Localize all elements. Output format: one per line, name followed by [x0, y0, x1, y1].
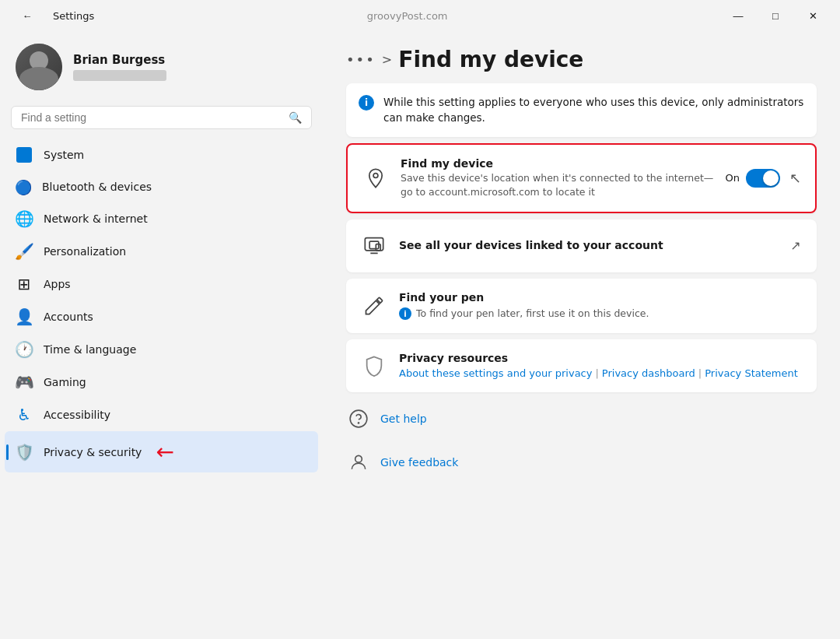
personalization-icon: 🖌️: [16, 243, 33, 260]
search-box[interactable]: 🔍: [11, 106, 312, 129]
find-pen-content: Find your pen i To find your pen later, …: [399, 291, 803, 321]
accounts-icon: 👤: [16, 308, 33, 325]
sidebar-item-privacy[interactable]: 🛡️ Privacy & security ←: [5, 431, 318, 472]
info-text: While this setting applies to everyone w…: [383, 94, 804, 126]
titlebar: ← Settings groovyPost.com — □ ✕: [0, 0, 840, 31]
find-my-device-card: Find my device Save this device's locati…: [346, 143, 817, 213]
sidebar-item-label: Bluetooth & devices: [42, 181, 152, 193]
get-help-icon: [346, 406, 371, 431]
sidebar-item-label: Time & language: [44, 343, 136, 356]
profile-subtitle: [73, 70, 166, 81]
back-button[interactable]: ←: [9, 3, 45, 28]
apps-icon: ⊞: [16, 276, 33, 293]
pen-info-icon: i: [399, 307, 411, 320]
page-title: Find my device: [398, 47, 583, 72]
sidebar-item-label: System: [44, 149, 84, 161]
app-body: Brian Burgess 🔍 System 🔵 Bluetooth & dev…: [0, 31, 840, 639]
gaming-icon: 🎮: [16, 374, 33, 391]
privacy-resources-title: Privacy resources: [399, 352, 803, 364]
find-pen-icon: [360, 292, 388, 320]
see-devices-icon: [360, 232, 388, 260]
sidebar-item-label: Gaming: [44, 376, 86, 388]
profile-section: Brian Burgess: [0, 31, 323, 106]
privacy-link-dashboard[interactable]: Privacy dashboard: [602, 367, 695, 379]
sidebar-item-time[interactable]: 🕐 Time & language: [5, 333, 318, 366]
info-banner: i While this setting applies to everyone…: [346, 83, 817, 137]
sidebar-item-apps[interactable]: ⊞ Apps: [5, 268, 318, 300]
sidebar: Brian Burgess 🔍 System 🔵 Bluetooth & dev…: [0, 31, 323, 639]
see-devices-content: See all your devices linked to your acco…: [399, 239, 778, 253]
content-area: ••• > Find my device i While this settin…: [323, 31, 840, 639]
privacy-sep-2: |: [698, 367, 702, 379]
find-pen-row: Find your pen i To find your pen later, …: [346, 279, 817, 333]
cursor-icon: ↖: [789, 170, 801, 186]
sidebar-item-personalization[interactable]: 🖌️ Personalization: [5, 235, 318, 268]
sidebar-item-accessibility[interactable]: ♿ Accessibility: [5, 398, 318, 431]
privacy-links: About these settings and your privacy | …: [399, 367, 803, 379]
find-my-device-toggle[interactable]: [746, 169, 780, 188]
svg-rect-2: [369, 241, 379, 248]
profile-info: Brian Burgess: [73, 53, 166, 81]
sidebar-item-network[interactable]: 🌐 Network & internet: [5, 202, 318, 235]
sidebar-item-label: Apps: [44, 278, 71, 290]
breadcrumb-dots[interactable]: •••: [346, 51, 376, 68]
privacy-link-about[interactable]: About these settings and your privacy: [399, 367, 592, 379]
bluetooth-icon: 🔵: [16, 179, 31, 195]
privacy-resources-content: Privacy resources About these settings a…: [399, 352, 803, 379]
accessibility-icon: ♿: [16, 406, 33, 423]
see-devices-row[interactable]: See all your devices linked to your acco…: [346, 219, 817, 272]
svg-point-6: [358, 423, 359, 423]
sidebar-item-label: Network & internet: [44, 212, 148, 225]
privacy-resources-icon: [360, 352, 388, 380]
search-input[interactable]: [21, 111, 282, 124]
avatar-image: [16, 44, 62, 90]
search-icon: 🔍: [289, 111, 302, 124]
find-pen-title: Find your pen: [399, 291, 803, 304]
breadcrumb: ••• > Find my device: [346, 47, 817, 72]
sidebar-item-bluetooth[interactable]: 🔵 Bluetooth & devices: [5, 171, 318, 202]
privacy-resources-card: Privacy resources About these settings a…: [346, 339, 817, 392]
nav-list: System 🔵 Bluetooth & devices 🌐 Network &…: [0, 139, 323, 472]
see-devices-title: See all your devices linked to your acco…: [399, 239, 778, 251]
svg-point-0: [373, 173, 378, 177]
svg-point-7: [355, 455, 362, 462]
watermark: groovyPost.com: [94, 10, 720, 22]
titlebar-left: ← Settings: [9, 3, 94, 28]
sidebar-item-system[interactable]: System: [5, 139, 318, 171]
breadcrumb-separator: >: [382, 52, 392, 67]
sidebar-item-label: Accessibility: [44, 409, 110, 421]
get-help-link[interactable]: Get help: [380, 413, 427, 425]
find-my-device-content: Find my device Save this device's locati…: [401, 157, 714, 199]
sidebar-item-label: Privacy & security: [44, 446, 142, 458]
give-feedback-link[interactable]: Give feedback: [380, 456, 458, 469]
system-icon: [16, 146, 33, 163]
external-link-icon: ↗: [789, 239, 803, 253]
toggle-on-label: On: [725, 172, 739, 184]
find-my-device-desc: Save this device's location when it's co…: [401, 171, 714, 199]
find-pen-desc: To find your pen later, first use it on …: [416, 307, 649, 321]
find-my-device-icon: [362, 164, 390, 192]
privacy-sep-1: |: [595, 367, 598, 379]
avatar: [16, 44, 62, 90]
find-my-device-row: Find my device Save this device's locati…: [348, 145, 815, 212]
app-title: Settings: [53, 10, 94, 22]
red-arrow-indicator: ←: [156, 439, 173, 465]
find-my-device-controls: On ↖: [725, 169, 801, 188]
sidebar-item-gaming[interactable]: 🎮 Gaming: [5, 366, 318, 398]
svg-point-5: [350, 410, 367, 427]
get-help-row: Get help: [346, 400, 817, 437]
privacy-link-statement[interactable]: Privacy Statement: [705, 367, 798, 379]
privacy-resources-row: Privacy resources About these settings a…: [346, 339, 817, 392]
maximize-button[interactable]: □: [758, 3, 793, 28]
info-icon: i: [359, 95, 374, 111]
minimize-button[interactable]: —: [720, 3, 756, 28]
close-button[interactable]: ✕: [795, 3, 831, 28]
sidebar-item-label: Personalization: [44, 245, 126, 258]
network-icon: 🌐: [16, 210, 33, 227]
time-icon: 🕐: [16, 341, 33, 358]
profile-name: Brian Burgess: [73, 53, 166, 67]
sidebar-item-accounts[interactable]: 👤 Accounts: [5, 300, 318, 333]
window-controls: — □ ✕: [720, 3, 831, 28]
see-devices-card[interactable]: See all your devices linked to your acco…: [346, 219, 817, 272]
give-feedback-row: Give feedback: [346, 444, 817, 481]
